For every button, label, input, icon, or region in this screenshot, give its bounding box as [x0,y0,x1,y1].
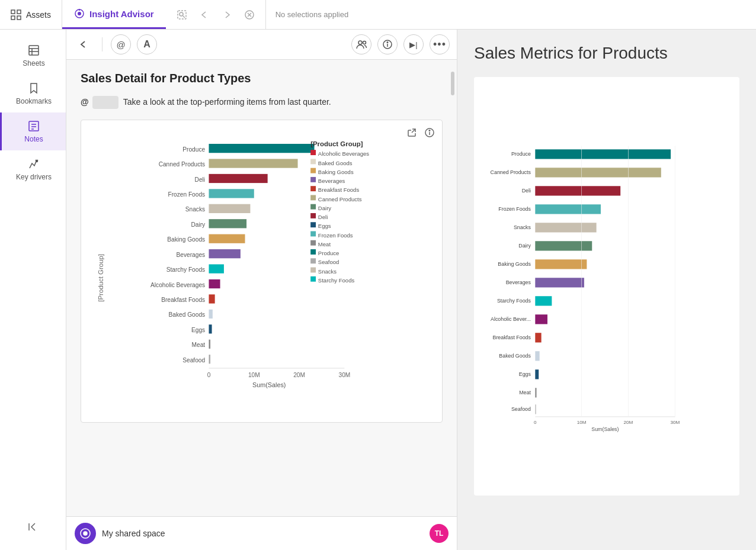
note-content-area[interactable]: Sales Detail for Product Types @ Take a … [66,60,457,516]
sidebar-item-key-drivers[interactable]: Key drivers [0,150,66,188]
svg-rect-126 [535,369,539,379]
svg-rect-71 [310,159,316,164]
scroll-bar [451,72,454,95]
svg-text:Eggs: Eggs [191,326,205,333]
svg-rect-53 [209,294,214,303]
right-panel: Sales Metrics for Products Produce Canne… [457,30,756,550]
text-format-button[interactable]: A [137,34,157,54]
svg-rect-102 [535,149,671,159]
svg-text:Baking Goods: Baking Goods [498,261,531,267]
insight-advisor-tab[interactable]: Insight Advisor [62,0,166,29]
sidebar-item-notes[interactable]: Notes [0,112,66,150]
sheets-icon [27,44,40,57]
svg-text:Baking Goods: Baking Goods [167,236,205,243]
mention-chip[interactable] [92,96,119,109]
collapse-sidebar-button[interactable] [23,516,44,541]
svg-text:Beverages: Beverages [318,178,345,184]
note-title: Sales Detail for Product Types [81,72,443,85]
svg-rect-120 [535,314,547,324]
back-selections-btn[interactable] [196,6,213,24]
svg-rect-91 [310,249,316,255]
svg-text:Snacks: Snacks [185,206,205,213]
svg-rect-93 [310,258,316,263]
svg-rect-116 [535,278,584,287]
svg-text:Frozen Foods: Frozen Foods [318,231,353,238]
svg-rect-124 [535,351,539,361]
svg-rect-95 [310,267,316,272]
svg-rect-35 [209,159,297,168]
export-chart-button[interactable] [405,126,418,141]
forward-selections-btn[interactable] [218,6,236,24]
key-drivers-icon [27,157,40,171]
mention-button[interactable]: @ [111,34,131,54]
svg-rect-89 [310,240,316,245]
key-drivers-label: Key drivers [16,173,52,181]
svg-text:Meat: Meat [519,390,531,395]
svg-text:Eggs: Eggs [318,223,331,229]
svg-text:0: 0 [207,372,211,378]
top-bar: Assets Insight Advisor [0,0,756,30]
sidebar-item-sheets[interactable]: Sheets [0,37,66,75]
svg-text:Produce: Produce [318,250,339,256]
svg-rect-3 [17,16,21,20]
svg-rect-75 [310,176,316,182]
svg-rect-108 [535,204,601,214]
svg-text:Meat: Meat [192,342,206,348]
assets-tab[interactable]: Assets [0,0,62,29]
svg-rect-59 [209,339,210,348]
svg-text:Breakfast Foods: Breakfast Foods [493,334,531,340]
svg-text:Frozen Foods: Frozen Foods [168,191,205,197]
more-options-button[interactable]: ••• [430,34,450,54]
insight-icon [74,8,85,19]
svg-text:Meat: Meat [318,240,331,247]
selection-toolbar [166,0,266,29]
svg-rect-2 [11,16,15,20]
svg-point-27 [387,42,388,43]
sidebar-item-bookmarks[interactable]: Bookmarks [0,75,66,112]
svg-text:20M: 20M [624,420,633,425]
search-selections-btn[interactable] [173,6,191,24]
main-chart-svg: Produce Canned Products Deli Frozen Food… [474,91,728,482]
svg-rect-130 [535,404,536,414]
svg-rect-41 [209,204,250,213]
svg-text:Deli: Deli [522,188,531,194]
back-button[interactable] [73,36,94,53]
svg-rect-118 [535,296,552,305]
svg-text:Beverages: Beverages [506,279,531,285]
svg-rect-47 [209,249,240,258]
svg-point-8 [180,12,183,16]
expand-button[interactable]: ▶| [403,34,424,54]
chart-card-actions [405,126,436,141]
svg-rect-79 [310,195,316,200]
bookmarks-label: Bookmarks [16,97,52,105]
svg-rect-85 [310,222,316,227]
middle-panel: @ A ▶| ••• [66,30,457,550]
svg-text:Eggs: Eggs [519,371,531,377]
svg-rect-37 [209,173,267,182]
assets-label: Assets [26,10,51,20]
svg-text:Seafood: Seafood [511,406,531,412]
note-body-text: Take a look at the top-performing items … [123,97,331,107]
mini-chart: [Product Group] Produce Canned Products … [88,127,435,413]
collaborators-button[interactable] [351,34,371,54]
svg-rect-1 [17,10,21,14]
info-button[interactable] [377,34,398,54]
svg-point-23 [358,41,362,44]
svg-rect-81 [310,204,316,209]
embedded-chart-card: [Product Group] Produce Canned Products … [81,120,443,423]
svg-point-30 [429,130,430,131]
chart-info-button[interactable] [423,126,436,141]
svg-text:Alcoholic Beverages: Alcoholic Beverages [150,281,205,288]
main-chart-container: Produce Canned Products Deli Frozen Food… [474,77,739,496]
svg-text:Breakfast Foods: Breakfast Foods [318,186,360,193]
svg-rect-97 [310,276,316,281]
bookmark-icon [27,82,40,95]
svg-text:Alcoholic Beverages: Alcoholic Beverages [318,150,369,157]
clear-selections-btn[interactable] [241,6,258,24]
svg-rect-57 [209,324,212,333]
at-symbol: @ [81,97,89,107]
toolbar-divider [102,37,102,52]
svg-text:Baking Goods: Baking Goods [318,168,354,175]
svg-rect-51 [209,279,220,288]
sidebar-bottom [0,516,66,550]
